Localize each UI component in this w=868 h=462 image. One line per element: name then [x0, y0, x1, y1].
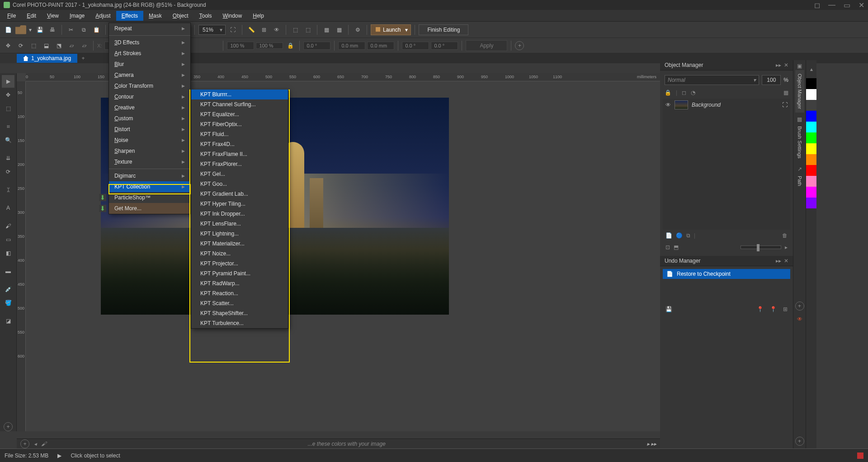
dropshadow-tool[interactable]: ▬: [2, 265, 14, 278]
effects-item-digimarc[interactable]: Digimarc▶: [109, 170, 190, 181]
eyedropper-tool[interactable]: 💉: [2, 283, 14, 296]
menu-adjust[interactable]: Adjust: [90, 11, 116, 21]
kpt-item[interactable]: KPT ShapeShifter...: [191, 308, 288, 318]
effects-item-color-transform[interactable]: Color Transform▶: [109, 80, 190, 91]
menu-mask[interactable]: Mask: [143, 11, 167, 21]
color-swatch[interactable]: [806, 187, 816, 198]
color-swatch[interactable]: [806, 111, 816, 122]
distort-tool-icon[interactable]: ▱: [66, 40, 77, 51]
cut-button[interactable]: ✂: [66, 24, 76, 35]
liquid-tool[interactable]: ᛯ: [2, 184, 14, 196]
add-hint-icon[interactable]: +: [20, 439, 29, 448]
vertical-ruler[interactable]: 50100150200250300350400450500550600: [17, 81, 26, 431]
color-swatch[interactable]: [806, 165, 816, 176]
kpt-item[interactable]: KPT Goo...: [191, 179, 288, 189]
zoom-level-select[interactable]: 51%: [198, 25, 226, 35]
delete-object-icon[interactable]: 🗑: [782, 232, 788, 239]
menu-window[interactable]: Window: [217, 11, 248, 21]
effects-item-noise[interactable]: Noise▶: [109, 135, 190, 146]
eye-docker-icon[interactable]: 👁: [794, 313, 805, 325]
effects-item-get-more---[interactable]: ⬇Get More...: [109, 203, 190, 214]
mm-x-input[interactable]: [338, 42, 365, 50]
snap2-icon[interactable]: ⬚: [302, 24, 313, 35]
undo-history-item[interactable]: 📄 Restore to Checkpoint: [663, 269, 790, 279]
effects-item-art-strokes[interactable]: Art Strokes▶: [109, 48, 190, 59]
blend-mode-select[interactable]: Normal: [665, 75, 759, 85]
guides-icon[interactable]: 👁: [271, 24, 282, 35]
effects-item-kpt-collection[interactable]: KPT Collection▶: [109, 181, 190, 192]
merge-mode-icon[interactable]: ◻: [682, 90, 686, 96]
kpt-item[interactable]: KPT Blurrrr...: [191, 90, 288, 99]
effects-item-texture[interactable]: Texture▶: [109, 156, 190, 167]
opacity-input[interactable]: [762, 75, 781, 85]
paint-tool[interactable]: 🖌: [2, 220, 14, 232]
fullscreen-icon[interactable]: ⛶: [227, 24, 238, 35]
menu-tools[interactable]: Tools: [194, 11, 217, 21]
lock-ratio-icon[interactable]: 🔒: [285, 40, 296, 51]
kpt-item[interactable]: KPT Noize...: [191, 249, 288, 259]
menu-object[interactable]: Object: [167, 11, 194, 21]
panel-close-icon[interactable]: ✕: [784, 62, 788, 68]
mask-icon[interactable]: ▦: [321, 24, 332, 35]
kpt-item[interactable]: KPT Frax4D...: [191, 139, 288, 149]
color-swatch[interactable]: [806, 132, 816, 143]
clip-icon[interactable]: ◔: [691, 90, 695, 96]
side-tab-path[interactable]: Path: [795, 172, 804, 190]
panel-flyout-icon[interactable]: ▸▸: [776, 258, 781, 264]
object-manager-title[interactable]: Object Manager ▸▸✕: [660, 60, 793, 71]
launch-button[interactable]: Launch: [371, 24, 411, 35]
color-swatch[interactable]: [806, 176, 816, 187]
kpt-item[interactable]: KPT FraxPlorer...: [191, 159, 288, 169]
visibility-eye-icon[interactable]: 👁: [665, 102, 671, 108]
kpt-item[interactable]: KPT Projector...: [191, 259, 288, 269]
rotate-tool-icon[interactable]: ⟳: [15, 40, 26, 51]
maximize-button[interactable]: ▭: [844, 1, 850, 9]
kpt-item[interactable]: KPT Turbulence...: [191, 318, 288, 328]
color-swatch[interactable]: [806, 143, 816, 154]
effects-item-particleshop-[interactable]: ⬇ParticleShop™: [109, 192, 190, 203]
paste-button[interactable]: 📋: [91, 24, 102, 35]
perspective-tool-icon[interactable]: ▱: [79, 40, 90, 51]
deg1-input[interactable]: [402, 42, 429, 50]
new-group-icon[interactable]: ⧉: [686, 232, 690, 239]
color-swatch[interactable]: [806, 122, 816, 132]
new-object-icon[interactable]: 📄: [665, 232, 672, 239]
deg2-input[interactable]: [431, 42, 458, 50]
menu-help[interactable]: Help: [247, 11, 269, 21]
options-icon[interactable]: ▸: [785, 244, 788, 250]
scale-tool-icon[interactable]: ⬚: [28, 40, 39, 51]
checker-icon[interactable]: ▦: [783, 90, 788, 96]
add-preset-icon[interactable]: +: [515, 41, 524, 50]
clone-tool[interactable]: ⇊: [2, 152, 14, 165]
open-dropdown-icon[interactable]: ▾: [28, 24, 33, 35]
open-button[interactable]: [15, 25, 26, 34]
effects-item-distort[interactable]: Distort▶: [109, 124, 190, 135]
opacity-slider[interactable]: [741, 245, 781, 249]
transform-tool[interactable]: ✥: [2, 89, 14, 101]
kpt-item[interactable]: KPT Reaction...: [191, 288, 288, 298]
mask2-icon[interactable]: ▦: [334, 24, 344, 35]
brush-docker-icon[interactable]: ▦: [797, 116, 802, 123]
position-tool-icon[interactable]: ✥: [3, 40, 14, 51]
height-pct-input[interactable]: [256, 42, 283, 49]
effects-item-camera[interactable]: Camera▶: [109, 70, 190, 80]
align-icon[interactable]: ⊡: [665, 244, 670, 250]
color-swatch-tool[interactable]: ◪: [2, 315, 14, 327]
kpt-item[interactable]: KPT Materializer...: [191, 239, 288, 249]
ruler-icon[interactable]: 📏: [246, 24, 257, 35]
zoom-tool[interactable]: 🔍: [2, 134, 14, 146]
kpt-item[interactable]: KPT Lightning...: [191, 229, 288, 239]
copy-button[interactable]: ⧉: [78, 24, 89, 35]
effects-item-sharpen[interactable]: Sharpen▶: [109, 146, 190, 156]
save-state-icon[interactable]: 💾: [665, 306, 672, 312]
effects-item-contour[interactable]: Contour▶: [109, 91, 190, 102]
color-swatch[interactable]: [806, 198, 816, 208]
fill-tool[interactable]: 🪣: [2, 297, 14, 309]
kpt-item[interactable]: KPT Ink Dropper...: [191, 209, 288, 219]
kpt-item[interactable]: KPT LensFlare...: [191, 219, 288, 229]
user-icon[interactable]: ◻: [814, 1, 820, 9]
kpt-item[interactable]: KPT Scatter...: [191, 298, 288, 308]
menu-edit[interactable]: Edit: [21, 11, 42, 21]
save-button[interactable]: 💾: [34, 24, 45, 35]
menu-image[interactable]: Image: [64, 11, 90, 21]
